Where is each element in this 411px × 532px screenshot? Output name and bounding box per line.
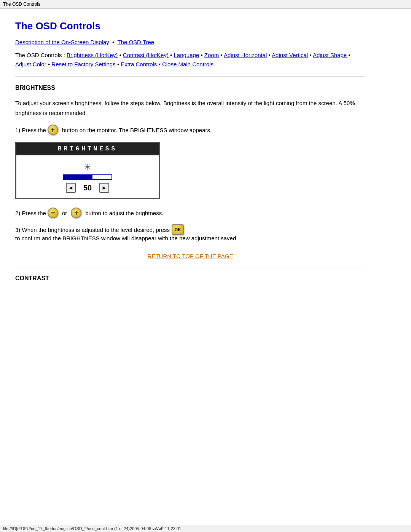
link-adjust-horizontal[interactable]: Adjust Horizontal (224, 52, 267, 58)
step2-text-after: button to adjust the brightness. (85, 210, 163, 216)
osd-title: BRIGHTNESS (16, 143, 159, 155)
link-reset-factory[interactable]: Reset to Factory Settings (51, 61, 115, 67)
step3-line: 3) When the brightness is adjusted to th… (15, 224, 365, 241)
osd-controls-row: ◄ 50 ► (66, 183, 109, 193)
section-divider-top (15, 77, 365, 77)
return-to-top: RETURN TO TOP OF THE PAGE (15, 253, 365, 259)
return-to-top-link[interactable]: RETURN TO TOP OF THE PAGE (148, 253, 233, 259)
osd-arrow-left: ◄ (66, 183, 76, 193)
brightness-osd-box: BRIGHTNESS ☀ ◄ 50 ► (15, 142, 160, 199)
link-adjust-vertical[interactable]: Adjust Vertical (272, 52, 308, 58)
step1-text-after: button on the monitor. The BRIGHTNESS wi… (62, 127, 212, 133)
brightness-title: BRIGHTNESS (15, 85, 365, 91)
step1-line: 1) Press the + button on the monitor. Th… (15, 125, 365, 135)
osd-arrow-right: ► (99, 183, 109, 193)
section-divider-mid (15, 267, 365, 267)
plus-button-icon-step1: + (48, 125, 58, 135)
tab-label: The OSD Controls (3, 2, 40, 7)
brightness-description: To adjust your screen's brightness, foll… (15, 98, 365, 118)
plus-button-icon-step2: + (71, 208, 81, 218)
link-brightness[interactable]: Brightness (HotKey) (67, 52, 118, 58)
osd-value: 50 (82, 184, 93, 192)
page-title: The OSD Controls (15, 20, 365, 32)
link-language[interactable]: Language (174, 52, 199, 58)
nav-link-osd-tree[interactable]: The OSD Tree (117, 39, 154, 45)
link-zoom[interactable]: Zoom (204, 52, 219, 58)
nav-links: Description of the On-Screen Display • T… (15, 39, 365, 45)
link-adjust-shape[interactable]: Adjust Shape (313, 52, 347, 58)
step1-text-before: 1) Press the (15, 127, 46, 133)
link-close-main[interactable]: Close Main Controls (162, 61, 213, 67)
ok-button-icon: OK (172, 224, 184, 235)
step3-text-after: to confirm and the BRIGHTNESS window wil… (15, 235, 237, 241)
nav-link-description[interactable]: Description of the On-Screen Display (15, 39, 109, 45)
step2-text-or: or (62, 210, 67, 216)
sun-icon: ☀ (84, 162, 91, 172)
browser-tab: The OSD Controls (0, 0, 411, 9)
osd-body: ☀ ◄ 50 ► (16, 155, 159, 198)
osd-controls-text: The OSD Controls : Brightness (HotKey) •… (15, 51, 365, 69)
contrast-title: CONTRAST (15, 275, 365, 282)
link-contrast[interactable]: Contrast (HotKey) (123, 52, 169, 58)
step2-line: 2) Press the − or + button to adjust the… (15, 208, 365, 218)
brightness-bar-fill (64, 175, 92, 179)
link-adjust-color[interactable]: Adjust Color (15, 61, 46, 67)
step3-text-before: 3) When the brightness is adjusted to th… (15, 227, 170, 233)
brightness-bar (63, 174, 112, 180)
step2-text-before: 2) Press the (15, 210, 46, 216)
minus-button-icon: − (48, 208, 58, 218)
link-extra-controls[interactable]: Extra Controls (121, 61, 157, 67)
